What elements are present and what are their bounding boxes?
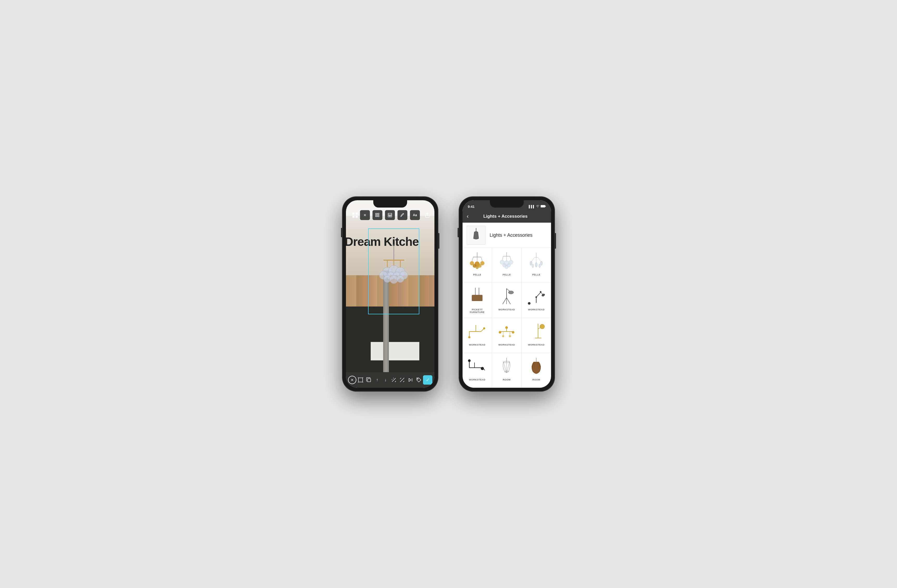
grid-item-10[interactable]: WORKSTEAD [462,353,492,388]
svg-line-51 [502,256,503,261]
items-grid: PELLE [462,248,551,388]
svg-line-29 [358,382,358,383]
text-button[interactable]: Aa [410,210,420,220]
item-image-7 [467,321,488,342]
left-phone: ✕ [342,197,438,391]
grid-item-1[interactable]: PELLE [462,248,492,283]
item-image-3 [526,251,546,272]
item-label-3: PELLE [532,273,540,276]
svg-line-76 [507,298,510,304]
grid-item-8[interactable]: WORKSTEAD [492,318,521,353]
svg-line-84 [540,292,543,294]
grid-item-6[interactable]: WORKSTEAD [522,283,551,318]
close-button[interactable]: ✕ [360,210,370,220]
svg-point-48 [476,266,479,269]
selection-box[interactable] [368,228,419,314]
notch-left [373,200,407,208]
item-image-8 [496,321,517,342]
kitchen-background: Dream Kitche [346,216,435,372]
wifi-icon [536,205,540,208]
svg-point-96 [505,326,508,329]
grid-item-5[interactable]: WORKSTEAD [492,283,521,318]
crop-button[interactable] [357,376,365,384]
svg-line-89 [481,329,484,331]
svg-rect-3 [355,216,358,218]
duplicate-button[interactable] [365,376,373,384]
svg-rect-72 [472,295,482,301]
svg-rect-6 [376,215,377,217]
toolbar-right-group: ✕ [360,210,432,220]
nav-bar: ‹ Lights + Accessories [462,210,551,223]
svg-rect-8 [388,213,392,215]
editor-screen: ✕ [346,200,435,388]
svg-point-66 [535,262,537,267]
move-up-button[interactable]: ↑ [373,376,381,384]
grid-item-11[interactable]: ROOM [492,353,521,388]
share-button[interactable] [422,210,432,220]
svg-point-99 [502,335,504,337]
svg-rect-2 [352,216,355,218]
item-label-8: WORKSTEAD [499,343,515,346]
item-label-4: Pickett Furniture [465,308,490,314]
item-image-12 [526,356,546,377]
grid-item-7[interactable]: WORKSTEAD [462,318,492,353]
move-down-button[interactable]: ↓ [381,376,390,384]
svg-point-65 [530,261,532,265]
nav-title: Lights + Accessories [471,214,539,219]
item-image-11 [496,356,517,377]
svg-point-85 [542,294,545,297]
grid-item-3[interactable]: PELLE [522,248,551,283]
grid-item-4[interactable]: Pickett Furniture [462,283,492,318]
svg-point-90 [483,327,485,329]
grid-item-9[interactable]: WORKSTEAD [522,318,551,353]
svg-line-53 [510,256,511,261]
pen-button[interactable] [398,210,407,220]
grid-view-button[interactable] [372,210,383,220]
svg-line-82 [536,292,540,297]
item-image-4 [467,286,488,307]
svg-point-95 [499,331,501,334]
tag-button[interactable] [415,376,423,384]
back-button[interactable]: ‹ [467,213,468,220]
svg-rect-35 [540,205,545,207]
notch-right [490,200,524,208]
svg-rect-1 [355,213,358,214]
editor-toolbar-bottom: ✕ ↑ ↓ [346,372,435,388]
layout-button[interactable] [385,210,395,220]
right-phone-screen: 9:41 ▌▌▌ [462,200,551,388]
skip-button[interactable] [406,376,415,384]
svg-point-67 [540,261,542,265]
svg-rect-0 [352,213,355,214]
category-header: Lights + Accessories [462,223,551,248]
grid-item-2[interactable]: PELLE [492,248,521,283]
item-image-2 [496,251,517,272]
svg-line-42 [481,257,482,262]
magic2-button[interactable] [398,376,406,384]
svg-line-30 [363,382,363,383]
item-image-1 [467,251,488,272]
list-screen: 9:41 ▌▌▌ [462,200,551,388]
svg-point-97 [512,331,514,334]
status-time: 9:41 [468,205,475,208]
cancel-tool-button[interactable]: ✕ [348,376,357,384]
scene: ✕ [342,197,555,391]
right-phone: 9:41 ▌▌▌ [459,197,555,391]
magic1-button[interactable] [390,376,398,384]
item-label-2: PELLE [503,273,511,276]
confirm-button[interactable]: ✓ [423,375,432,384]
category-header-image [467,226,485,245]
item-label-6: WORKSTEAD [528,308,545,311]
svg-point-109 [468,359,471,362]
grid-item-12[interactable]: ROOM [522,353,551,388]
svg-rect-31 [367,379,370,382]
left-phone-screen: ✕ [346,200,435,388]
item-label-9: WORKSTEAD [528,343,545,346]
item-image-10 [467,356,488,377]
svg-line-40 [472,257,473,262]
grid-back-button[interactable] [350,210,360,220]
svg-point-69 [539,264,540,268]
item-label-11: ROOM [503,378,510,381]
item-image-9 [526,321,546,342]
category-header-title: Lights + Accessories [490,233,533,238]
item-label-5: WORKSTEAD [499,308,515,311]
